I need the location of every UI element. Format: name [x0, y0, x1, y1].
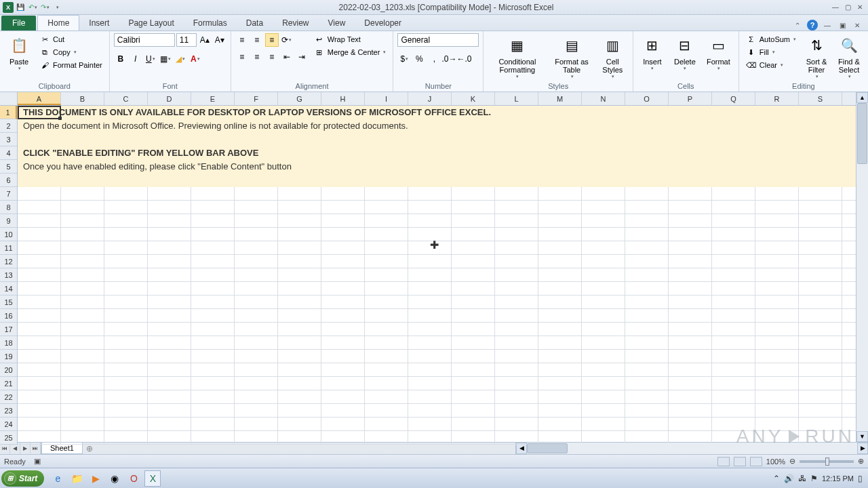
cell[interactable]: [799, 296, 842, 308]
cell[interactable]: [61, 309, 104, 322]
cell[interactable]: [365, 431, 408, 444]
cell[interactable]: [278, 255, 321, 268]
cell[interactable]: [799, 282, 842, 295]
cell[interactable]: [495, 363, 538, 376]
cell[interactable]: [321, 187, 365, 200]
cell[interactable]: [235, 336, 278, 349]
tab-developer[interactable]: Developer: [355, 16, 411, 30]
cell[interactable]: [278, 187, 321, 200]
cell[interactable]: [278, 323, 321, 336]
cell[interactable]: [452, 309, 495, 322]
cell[interactable]: [18, 404, 61, 417]
row-header-13[interactable]: 13: [0, 268, 17, 282]
cell[interactable]: [495, 309, 538, 322]
cell[interactable]: [191, 282, 235, 295]
decrease-font-icon[interactable]: A▾: [213, 33, 226, 47]
cell[interactable]: [408, 350, 452, 363]
cell[interactable]: [235, 214, 278, 227]
cell[interactable]: [538, 228, 582, 241]
cell[interactable]: [18, 187, 61, 200]
col-header-I[interactable]: I: [365, 92, 408, 105]
cell[interactable]: [495, 282, 538, 295]
cell[interactable]: [235, 201, 278, 214]
cell[interactable]: [799, 418, 842, 430]
cell[interactable]: [61, 214, 104, 227]
cell[interactable]: [582, 255, 625, 268]
cell[interactable]: [625, 309, 669, 322]
col-header-F[interactable]: F: [235, 92, 278, 105]
cell[interactable]: [712, 363, 755, 376]
cell[interactable]: [799, 201, 842, 214]
cell[interactable]: [669, 201, 712, 214]
cell[interactable]: [321, 323, 365, 336]
cell[interactable]: [61, 296, 104, 308]
cell[interactable]: [18, 268, 61, 281]
autosum-button[interactable]: ΣAutoSum▾: [743, 33, 799, 45]
cell[interactable]: [321, 255, 365, 268]
cell[interactable]: [582, 268, 625, 281]
cell[interactable]: [191, 228, 235, 241]
cell[interactable]: [278, 418, 321, 430]
cell[interactable]: [365, 241, 408, 254]
cell[interactable]: [18, 214, 61, 227]
cell[interactable]: [365, 214, 408, 227]
row-header-15[interactable]: 15: [0, 296, 17, 309]
col-header-J[interactable]: J: [408, 92, 452, 105]
cell[interactable]: [452, 201, 495, 214]
cell[interactable]: [18, 350, 61, 363]
cell[interactable]: [625, 228, 669, 241]
vscroll-thumb[interactable]: [857, 103, 867, 164]
row-header-10[interactable]: 10: [0, 228, 17, 241]
cell[interactable]: [235, 282, 278, 295]
cell[interactable]: [18, 309, 61, 322]
cell[interactable]: [755, 228, 799, 241]
cell[interactable]: [191, 309, 235, 322]
cell[interactable]: [104, 201, 148, 214]
qat-customize-icon[interactable]: ▾: [52, 2, 62, 13]
cell[interactable]: [625, 377, 669, 390]
cell[interactable]: [365, 201, 408, 214]
zoom-out-icon[interactable]: ⊖: [789, 457, 795, 466]
row-header-20[interactable]: 20: [0, 363, 17, 377]
cell[interactable]: [278, 431, 321, 444]
decrease-decimal-icon[interactable]: ←.0: [457, 52, 471, 66]
col-header-K[interactable]: K: [452, 92, 495, 105]
tab-page-layout[interactable]: Page Layout: [119, 16, 183, 30]
col-header-R[interactable]: R: [755, 92, 799, 105]
cell[interactable]: [148, 214, 191, 227]
cell[interactable]: [61, 228, 104, 241]
cell[interactable]: [755, 390, 799, 403]
cell[interactable]: [712, 336, 755, 349]
percent-icon[interactable]: %: [412, 52, 426, 66]
cell[interactable]: [148, 296, 191, 308]
cell[interactable]: [235, 363, 278, 376]
cell[interactable]: [104, 255, 148, 268]
cell[interactable]: [148, 309, 191, 322]
cell[interactable]: [538, 350, 582, 363]
cell[interactable]: [799, 241, 842, 254]
col-header-A[interactable]: A: [18, 92, 61, 105]
vertical-scrollbar[interactable]: ▲ ▼: [856, 92, 868, 442]
cell[interactable]: [582, 282, 625, 295]
cell[interactable]: [669, 390, 712, 403]
minimize-ribbon-icon[interactable]: ⌃: [792, 20, 803, 30]
cell[interactable]: [538, 363, 582, 376]
cell[interactable]: [235, 296, 278, 308]
cell[interactable]: [365, 255, 408, 268]
col-header-O[interactable]: O: [625, 92, 669, 105]
save-icon[interactable]: 💾: [15, 2, 26, 13]
cell[interactable]: [191, 241, 235, 254]
cell[interactable]: [452, 268, 495, 281]
help-icon[interactable]: ?: [807, 20, 818, 30]
cell[interactable]: [365, 187, 408, 200]
opera-icon[interactable]: O: [125, 470, 142, 487]
cell[interactable]: [625, 363, 669, 376]
cell[interactable]: [582, 228, 625, 241]
maximize-button[interactable]: ▢: [842, 3, 853, 12]
cell[interactable]: [495, 350, 538, 363]
show-hidden-icon[interactable]: ⌃: [773, 474, 780, 483]
cell[interactable]: [278, 228, 321, 241]
cell[interactable]: [148, 323, 191, 336]
hscroll-thumb[interactable]: [527, 443, 568, 453]
cell[interactable]: [582, 336, 625, 349]
